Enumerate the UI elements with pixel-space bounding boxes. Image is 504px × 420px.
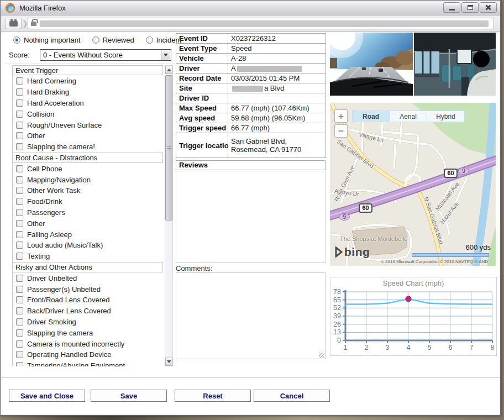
- detail-value: X0237226312: [228, 34, 326, 44]
- checklist-item-label: Other Work Task: [27, 186, 80, 195]
- checklist-item[interactable]: Passenger(s) Unbelted: [13, 284, 163, 294]
- svg-text:0: 0: [337, 337, 341, 344]
- checkbox[interactable]: [16, 209, 23, 216]
- checkbox[interactable]: [16, 318, 23, 326]
- checklist-item[interactable]: Driver Smoking: [13, 317, 163, 327]
- detail-row: Driver ID: [176, 93, 326, 103]
- checklist-item[interactable]: Hard Acceleration: [13, 98, 163, 108]
- checklist-item[interactable]: Slapping the camera: [13, 328, 163, 338]
- radio-icon-selected[interactable]: [13, 36, 20, 44]
- checklist-item[interactable]: Loud audio (Music/Talk): [13, 240, 163, 250]
- checklist-item[interactable]: Texting: [13, 251, 163, 261]
- checkbox[interactable]: [16, 307, 23, 314]
- map-scale-label: 600 yds: [465, 243, 491, 251]
- checkbox[interactable]: [16, 242, 23, 249]
- map-tab-aerial[interactable]: Aerial: [390, 111, 427, 122]
- reset-button[interactable]: Reset: [175, 390, 251, 402]
- checkbox[interactable]: [16, 132, 23, 139]
- bing-logo[interactable]: bing: [334, 245, 370, 259]
- checkbox[interactable]: [16, 275, 23, 282]
- reviews-header: Reviews: [176, 160, 326, 170]
- checklist-item[interactable]: Front/Road Lens Covered: [13, 295, 163, 305]
- detail-row: Trigger speed66.77 (mph): [176, 123, 326, 133]
- window-titlebar[interactable]: Mozilla Firefox: [1, 1, 500, 15]
- minimize-button[interactable]: [443, 2, 460, 13]
- checklist-item[interactable]: Other: [13, 131, 163, 141]
- checkbox[interactable]: [16, 111, 23, 118]
- checklist-item[interactable]: Other Work Task: [13, 186, 163, 196]
- checklist-item[interactable]: Hard Braking: [13, 87, 163, 97]
- map-tab-hybrid[interactable]: Hybrid: [427, 111, 465, 122]
- checklist-item[interactable]: Falling Asleep: [13, 229, 163, 239]
- checklist-item[interactable]: Camera is mounted incorrectly: [13, 339, 163, 349]
- checkbox[interactable]: [16, 351, 23, 358]
- checkbox[interactable]: [16, 253, 23, 260]
- checklist-section-header: Risky and Other Actions: [13, 262, 163, 272]
- checkbox[interactable]: [16, 198, 23, 205]
- checkbox[interactable]: [16, 165, 23, 172]
- score-select[interactable]: 0 - Events Without Score: [40, 49, 171, 61]
- bing-map[interactable]: + − Road Aerial Hybrid Village Ln San Ga…: [330, 103, 496, 266]
- detail-label: Max Speed: [176, 103, 228, 113]
- checkbox[interactable]: [16, 122, 23, 129]
- checkbox[interactable]: [16, 362, 23, 366]
- checklist-item[interactable]: Mapping/Navigation: [13, 175, 163, 185]
- checkbox[interactable]: [16, 286, 23, 293]
- checkbox[interactable]: [16, 220, 23, 227]
- checklist-item[interactable]: Other: [13, 218, 163, 228]
- road-camera-image[interactable]: [330, 33, 413, 96]
- checklist-item[interactable]: Rough/Uneven Surface: [13, 120, 163, 130]
- site-identity-button[interactable]: [6, 18, 22, 29]
- radio-nothing-important[interactable]: Nothing important: [13, 36, 81, 44]
- checklist-item[interactable]: Cell Phone: [13, 164, 163, 174]
- checklist-item-label: Hard Braking: [27, 88, 69, 96]
- checkbox[interactable]: [16, 296, 23, 303]
- checklist-item[interactable]: Driver Unbelted: [13, 273, 163, 283]
- checklist-scrollbar[interactable]: [165, 65, 173, 366]
- map-zoom-controls: + −: [334, 109, 348, 139]
- save-button[interactable]: Save: [91, 390, 167, 402]
- cancel-button[interactable]: Cancel: [254, 390, 330, 402]
- checklist-item[interactable]: Slapping the camera!: [13, 142, 163, 152]
- checklist-item[interactable]: Passengers: [13, 207, 163, 217]
- driver-camera-image[interactable]: [414, 33, 496, 96]
- checklist-item[interactable]: Tampering/Abusing Equipment: [13, 361, 163, 366]
- detail-label: Vehicle: [176, 54, 228, 64]
- close-button[interactable]: [480, 2, 497, 13]
- detail-value: 66.77 (mph) (107.46Km): [228, 103, 326, 113]
- checklist-item-label: Operating Handled Device: [27, 350, 111, 359]
- checklist-item[interactable]: Operating Handled Device: [13, 350, 163, 360]
- redaction-bar: [232, 86, 263, 92]
- checkbox[interactable]: [16, 231, 23, 238]
- checkbox[interactable]: [16, 187, 23, 194]
- checklist-item[interactable]: Food/Drink: [13, 197, 163, 207]
- scroll-down-arrow[interactable]: [165, 358, 172, 366]
- map-tab-road[interactable]: Road: [352, 111, 390, 122]
- checklist-item[interactable]: Back/Driver Lens Covered: [13, 306, 163, 316]
- checkbox[interactable]: [16, 143, 23, 150]
- score-label: Score:: [9, 51, 30, 59]
- checkbox[interactable]: [16, 99, 23, 107]
- address-bar[interactable]: [28, 18, 494, 29]
- checklist-item[interactable]: Hard Cornering: [13, 76, 163, 86]
- checkbox[interactable]: [16, 340, 23, 348]
- scroll-up-arrow[interactable]: [165, 66, 172, 74]
- detail-label: Site: [176, 83, 228, 93]
- checkbox[interactable]: [16, 88, 23, 96]
- scrollbar-thumb[interactable]: [165, 75, 172, 221]
- radio-reviewed[interactable]: Reviewed: [92, 36, 134, 44]
- checkbox[interactable]: [16, 329, 23, 337]
- map-zoom-in-button[interactable]: +: [334, 109, 348, 123]
- resize-grip-icon[interactable]: [319, 353, 324, 358]
- maximize-button[interactable]: [461, 2, 479, 13]
- radio-icon[interactable]: [92, 36, 99, 44]
- checkbox[interactable]: [16, 77, 23, 85]
- checkbox[interactable]: [16, 176, 23, 183]
- dropdown-arrow-icon[interactable]: [161, 50, 170, 60]
- detail-label: Trigger speed: [176, 123, 228, 133]
- comments-textarea[interactable]: [176, 272, 326, 359]
- save-and-close-button[interactable]: Save and Close: [9, 390, 85, 402]
- checklist-item[interactable]: Collision: [13, 109, 163, 119]
- radio-icon[interactable]: [146, 36, 153, 44]
- map-zoom-out-button[interactable]: −: [334, 124, 348, 138]
